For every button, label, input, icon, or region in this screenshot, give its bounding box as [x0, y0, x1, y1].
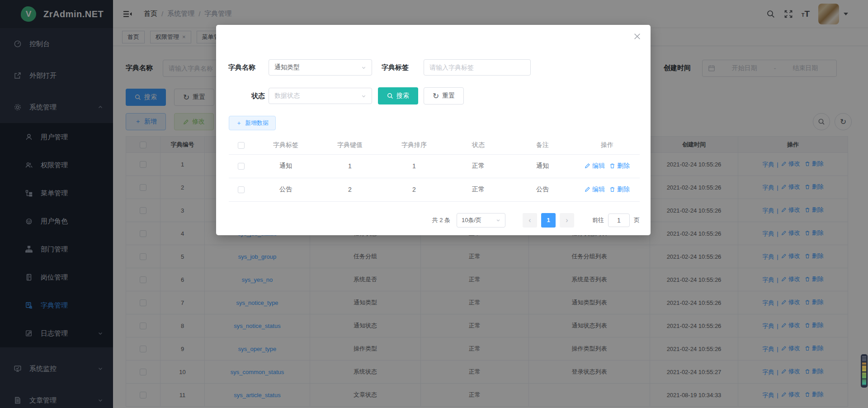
vertical-scrollbar-thumb[interactable]	[861, 354, 868, 388]
status-label: 状态	[228, 92, 265, 100]
col-header-remark: 备注	[510, 136, 575, 154]
chevron-down-icon	[361, 65, 366, 70]
row-actions-cell: 编辑删除	[575, 154, 640, 178]
row-edit-link[interactable]: 编辑	[585, 162, 605, 170]
col-header-label: 字典标签	[254, 136, 318, 154]
row-delete-link[interactable]: 删除	[609, 162, 630, 170]
status-select[interactable]: 数据状态	[269, 88, 372, 104]
dialog-search-label: 搜索	[396, 92, 409, 100]
data-status-cell: 正常	[446, 178, 510, 201]
dict-name-select-value: 通知类型	[274, 63, 300, 71]
page-jumper: 前往 页	[592, 213, 640, 227]
data-label-cell: 公告	[254, 178, 318, 201]
close-icon[interactable]	[633, 33, 641, 40]
dialog-pagination: 共 2 条 10条/页 ‹ 1 › 前往 页	[229, 213, 640, 228]
dialog-form-row-1: 字典名称 通知类型 字典标签	[228, 59, 651, 76]
dialog-search-button[interactable]: 搜索	[378, 87, 418, 104]
row-checkbox[interactable]	[238, 186, 245, 193]
data-sort-cell: 2	[382, 178, 446, 201]
dict-data-dialog: 字典名称 通知类型 字典标签 状态 数据状态 搜索 ↻ 重置 ＋	[216, 25, 651, 235]
row-delete-label: 删除	[617, 162, 630, 170]
row-edit-label: 编辑	[592, 185, 605, 194]
scrollbar-stripes	[862, 362, 866, 385]
data-sort-cell: 1	[382, 154, 446, 178]
dict-label-label: 字典标签	[382, 63, 417, 72]
scrollbar-grip	[862, 356, 866, 361]
dialog-filter-form: 字典名称 通知类型 字典标签 状态 数据状态 搜索 ↻ 重置	[228, 59, 651, 104]
row-delete-label: 删除	[617, 185, 630, 194]
data-value-cell: 2	[318, 178, 382, 201]
refresh-icon: ↻	[433, 92, 439, 100]
data-remark-cell: 公告	[510, 178, 575, 201]
col-header-value: 字典键值	[318, 136, 382, 154]
row-edit-link[interactable]: 编辑	[585, 185, 605, 194]
row-select-cell	[229, 154, 254, 178]
add-data-button[interactable]: ＋ 新增数据	[229, 116, 276, 130]
chevron-down-icon	[496, 218, 500, 223]
data-remark-cell: 通知	[510, 154, 575, 178]
row-checkbox[interactable]	[238, 163, 245, 170]
dict-data-table: 字典标签 字典键值 字典排序 状态 备注 操作 通知 1 1 正常 通知 编	[229, 136, 640, 202]
dict-name-label: 字典名称	[228, 63, 265, 72]
page-size-value: 10条/页	[462, 216, 481, 224]
row-select-cell	[229, 178, 254, 201]
dialog-reset-label: 重置	[442, 92, 455, 100]
row-edit-label: 编辑	[592, 162, 605, 170]
page-size-select[interactable]: 10条/页	[457, 213, 505, 228]
page-number-button[interactable]: 1	[541, 213, 556, 228]
jump-page-input[interactable]	[608, 213, 630, 227]
dialog-table-header-row: 字典标签 字典键值 字典排序 状态 备注 操作	[229, 136, 640, 154]
data-label-cell: 通知	[254, 154, 318, 178]
row-delete-link[interactable]: 删除	[609, 185, 630, 194]
add-data-button-label: 新增数据	[245, 119, 269, 127]
dialog-form-row-2: 状态 数据状态 搜索 ↻ 重置	[228, 87, 651, 104]
data-value-cell: 1	[318, 154, 382, 178]
next-page-button[interactable]: ›	[560, 213, 574, 228]
dict-name-select[interactable]: 通知类型	[269, 59, 372, 76]
chevron-down-icon	[361, 94, 366, 99]
status-select-placeholder: 数据状态	[274, 92, 300, 100]
select-all-header	[229, 136, 254, 154]
dialog-table-row: 公告 2 2 正常 公告 编辑删除	[229, 178, 640, 201]
plus-icon: ＋	[236, 119, 242, 127]
dict-label-input[interactable]	[424, 59, 531, 76]
data-status-cell: 正常	[446, 154, 510, 178]
col-header-ops: 操作	[575, 136, 640, 154]
col-header-sort: 字典排序	[382, 136, 446, 154]
dialog-reset-button[interactable]: ↻ 重置	[424, 87, 464, 104]
prev-page-button[interactable]: ‹	[523, 213, 537, 228]
col-header-status: 状态	[446, 136, 510, 154]
dialog-table-row: 通知 1 1 正常 通知 编辑删除	[229, 154, 640, 178]
pagination-total: 共 2 条	[432, 216, 450, 224]
jump-prefix-label: 前往	[592, 216, 604, 224]
select-all-checkbox[interactable]	[238, 142, 245, 149]
jump-suffix-label: 页	[634, 216, 640, 224]
row-actions-cell: 编辑删除	[575, 178, 640, 201]
